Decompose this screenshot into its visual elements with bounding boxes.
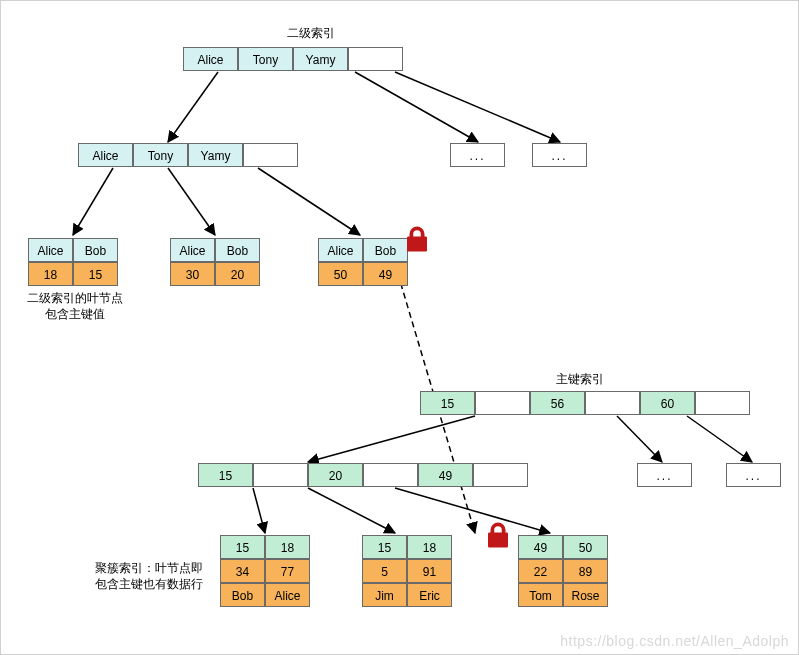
sec-ellipsis-2: ... — [532, 143, 587, 167]
sec-leaf1-v2: 15 — [73, 262, 118, 286]
pk-root-k2: 56 — [530, 391, 585, 415]
svg-line-6 — [258, 168, 360, 235]
pk-leaf2-f: Eric — [407, 583, 452, 607]
sec-inner-k3: Yamy — [188, 143, 243, 167]
sec-root-k3: Yamy — [293, 47, 348, 71]
pk-root-gap3 — [695, 391, 750, 415]
pk-leaf3-b: 50 — [563, 535, 608, 559]
svg-line-12 — [308, 488, 395, 533]
svg-line-5 — [168, 168, 215, 235]
pk-inner-gap3 — [473, 463, 528, 487]
pk-leaf2-d: 91 — [407, 559, 452, 583]
pk-ellipsis-2: ... — [726, 463, 781, 487]
sec-leaf1-v1: 18 — [28, 262, 73, 286]
pk-inner-k3: 49 — [418, 463, 473, 487]
svg-line-8 — [308, 416, 475, 462]
pk-inner-k2: 20 — [308, 463, 363, 487]
pk-inner-k1: 15 — [198, 463, 253, 487]
svg-line-3 — [395, 72, 560, 142]
pk-leaf2-b: 18 — [407, 535, 452, 559]
pk-leaf3-a: 49 — [518, 535, 563, 559]
svg-line-10 — [687, 416, 752, 462]
sec-leaf1-n1: Alice — [28, 238, 73, 262]
sec-inner-k4 — [243, 143, 298, 167]
pk-leaf3-d: 89 — [563, 559, 608, 583]
svg-line-1 — [168, 72, 218, 142]
sec-leaf2-n2: Bob — [215, 238, 260, 262]
sec-leaf2-v2: 20 — [215, 262, 260, 286]
svg-line-4 — [73, 168, 113, 235]
pk-ellipsis-1: ... — [637, 463, 692, 487]
pk-leaf1-a: 15 — [220, 535, 265, 559]
sec-leaf2-v1: 30 — [170, 262, 215, 286]
sec-leaf3-n1: Alice — [318, 238, 363, 262]
lock-icon — [402, 224, 432, 257]
pk-leaf3-c: 22 — [518, 559, 563, 583]
sec-inner-k1: Alice — [78, 143, 133, 167]
pk-leaf3-e: Tom — [518, 583, 563, 607]
pk-root-k1: 15 — [420, 391, 475, 415]
pk-leaf2-c: 5 — [362, 559, 407, 583]
sec-root-k1: Alice — [183, 47, 238, 71]
pk-inner-gap1 — [253, 463, 308, 487]
svg-line-2 — [355, 72, 478, 142]
lock-icon — [483, 520, 513, 553]
svg-line-11 — [253, 488, 265, 533]
pk-leaf1-e: Bob — [220, 583, 265, 607]
pk-leaf1-b: 18 — [265, 535, 310, 559]
sec-root-k4 — [348, 47, 403, 71]
sec-leaf1-n2: Bob — [73, 238, 118, 262]
sec-leaf3-v1: 50 — [318, 262, 363, 286]
secondary-leaf-caption: 二级索引的叶节点 包含主键值 — [27, 290, 123, 322]
pk-leaf1-c: 34 — [220, 559, 265, 583]
sec-leaf3-v2: 49 — [363, 262, 408, 286]
secondary-index-title: 二级索引 — [287, 25, 335, 42]
clustered-caption: 聚簇索引：叶节点即 包含主键也有数据行 — [95, 560, 203, 592]
sec-leaf2-n1: Alice — [170, 238, 215, 262]
pk-root-gap2 — [585, 391, 640, 415]
svg-line-9 — [617, 416, 662, 462]
sec-ellipsis-1: ... — [450, 143, 505, 167]
pk-leaf2-e: Jim — [362, 583, 407, 607]
pk-leaf1-f: Alice — [265, 583, 310, 607]
pk-leaf1-d: 77 — [265, 559, 310, 583]
watermark: https://blog.csdn.net/Allen_Adolph — [560, 633, 789, 649]
pk-leaf3-f: Rose — [563, 583, 608, 607]
sec-inner-k2: Tony — [133, 143, 188, 167]
diagram-canvas: 二级索引 主键索引 Alice Tony Yamy Alice Tony Yam… — [0, 0, 799, 655]
sec-root-k2: Tony — [238, 47, 293, 71]
pk-root-gap1 — [475, 391, 530, 415]
pk-root-k3: 60 — [640, 391, 695, 415]
pk-inner-gap2 — [363, 463, 418, 487]
primary-index-title: 主键索引 — [556, 371, 604, 388]
pk-leaf2-a: 15 — [362, 535, 407, 559]
